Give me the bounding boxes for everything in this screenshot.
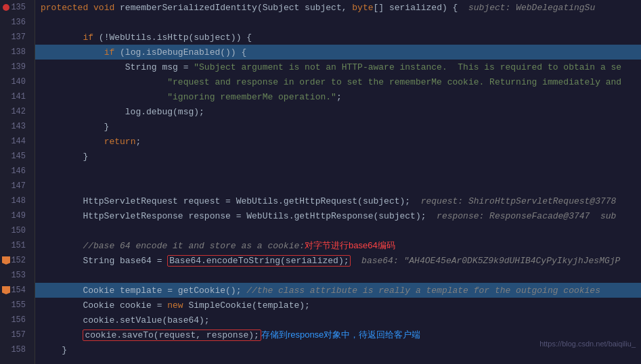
- gutter-row: 153: [0, 268, 35, 283]
- gutter-row: 140: [0, 74, 35, 89]
- code-line: HttpServletRequest request = WebUtils.ge…: [35, 194, 641, 208]
- line-number: 138: [11, 47, 30, 57]
- gutter-row: 141: [0, 89, 35, 104]
- line-number: 155: [11, 300, 30, 310]
- gutter-icon: [1, 330, 11, 340]
- gutter-icon: [1, 32, 11, 42]
- gutter-icon: [1, 92, 11, 101]
- line-number: 136: [11, 18, 30, 27]
- gutter-row: 136: [0, 15, 35, 30]
- gutter-icon: [1, 271, 11, 280]
- line-number: 148: [11, 196, 30, 206]
- gutter-row: 157: [0, 327, 35, 342]
- gutter-row: 135: [0, 0, 35, 15]
- gutter-icon: [1, 196, 11, 206]
- code-area: 1351361371381391401411421431441451461471…: [0, 0, 641, 364]
- gutter-icon: [1, 18, 11, 27]
- gutter-row: 144: [0, 134, 35, 149]
- breakpoint-icon[interactable]: [3, 4, 9, 11]
- gutter-icon: [1, 211, 11, 221]
- code-line: [35, 164, 641, 179]
- gutter-row: 151: [0, 238, 35, 253]
- gutter-row: 148: [0, 194, 35, 208]
- gutter-row: 150: [0, 223, 35, 238]
- code-line: log.debug(msg);: [35, 104, 641, 119]
- code-line: "ignoring rememberMe operation.";: [35, 89, 641, 104]
- gutter-row: 142: [0, 104, 35, 119]
- gutter-icon: [1, 107, 11, 116]
- code-line: Cookie template = getCookie(); //the cla…: [35, 283, 641, 298]
- gutter-icon: [1, 241, 11, 250]
- gutter-row: 155: [0, 298, 35, 313]
- gutter-icon: [1, 286, 11, 295]
- line-number: 154: [11, 286, 30, 295]
- gutter-icon: [1, 3, 11, 12]
- code-line: cookie.setValue(base64);: [35, 313, 641, 327]
- gutter-row: 145: [0, 149, 35, 164]
- gutter-row: 138: [0, 45, 35, 60]
- line-number: 149: [11, 211, 30, 221]
- gutter-icon: [1, 256, 11, 265]
- line-number: 146: [11, 166, 30, 176]
- code-line: return;: [35, 134, 641, 149]
- gutter-icon: [1, 77, 11, 87]
- line-number: 157: [11, 330, 30, 340]
- code-line: [35, 223, 641, 238]
- line-number: 145: [11, 152, 30, 161]
- line-number: 140: [11, 77, 30, 87]
- line-number: 143: [11, 122, 30, 131]
- line-number: 158: [11, 345, 30, 355]
- gutter-icon: [1, 315, 11, 325]
- gutter-icon: [1, 137, 11, 146]
- code-line: }: [35, 119, 641, 134]
- code-line: Cookie cookie = new SimpleCookie(templat…: [35, 298, 641, 313]
- line-number: 147: [11, 181, 30, 191]
- watermark: https://blog.csdn.net/baiqiliu_: [539, 340, 636, 348]
- gutter-icon: [1, 47, 11, 57]
- code-line: [35, 15, 641, 30]
- line-number: 156: [11, 315, 30, 325]
- gutter-row: 158: [0, 342, 35, 357]
- line-number: 139: [11, 62, 30, 72]
- code-line: if (log.isDebugEnabled()) {: [35, 45, 641, 60]
- code-line: HttpServletResponse response = WebUtils.…: [35, 208, 641, 223]
- code-line: "request and response in order to set th…: [35, 74, 641, 89]
- code-line: [35, 179, 641, 194]
- gutter-row: 139: [0, 60, 35, 74]
- code-line: String msg = "Subject argument is not an…: [35, 60, 641, 74]
- gutter-row: 152: [0, 253, 35, 268]
- gutter-icon: [1, 62, 11, 72]
- line-number: 142: [11, 107, 30, 116]
- gutter-icon: [1, 226, 11, 235]
- line-gutter: 1351361371381391401411421431441451461471…: [0, 0, 35, 364]
- gutter-icon: [1, 300, 11, 310]
- bookmark-icon[interactable]: [2, 256, 10, 265]
- code-line: String base64 = Base64.encodeToString(se…: [35, 253, 641, 268]
- gutter-row: 143: [0, 119, 35, 134]
- line-number: 151: [11, 241, 30, 250]
- line-number: 153: [11, 271, 30, 280]
- gutter-row: 137: [0, 30, 35, 45]
- code-line: //base 64 encode it and store as a cooki…: [35, 238, 641, 253]
- code-editor: 1351361371381391401411421431441451461471…: [0, 0, 641, 364]
- gutter-row: 147: [0, 179, 35, 194]
- line-number: 150: [11, 226, 30, 235]
- gutter-row: 156: [0, 313, 35, 327]
- line-number: 144: [11, 137, 30, 146]
- gutter-icon: [1, 122, 11, 131]
- code-content: protected void rememberSerializedIdentit…: [35, 0, 641, 364]
- line-number: 152: [11, 256, 30, 265]
- gutter-icon: [1, 181, 11, 191]
- gutter-icon: [1, 345, 11, 355]
- gutter-row: 149: [0, 208, 35, 223]
- code-line: if (!WebUtils.isHttp(subject)) {: [35, 30, 641, 45]
- gutter-row: 154: [0, 283, 35, 298]
- code-line: protected void rememberSerializedIdentit…: [35, 0, 641, 15]
- code-line: }: [35, 149, 641, 164]
- gutter-row: 146: [0, 164, 35, 179]
- line-number: 141: [11, 92, 30, 101]
- bookmark-icon[interactable]: [2, 286, 10, 294]
- gutter-icon: [1, 152, 11, 161]
- gutter-icon: [1, 166, 11, 176]
- code-line: [35, 268, 641, 283]
